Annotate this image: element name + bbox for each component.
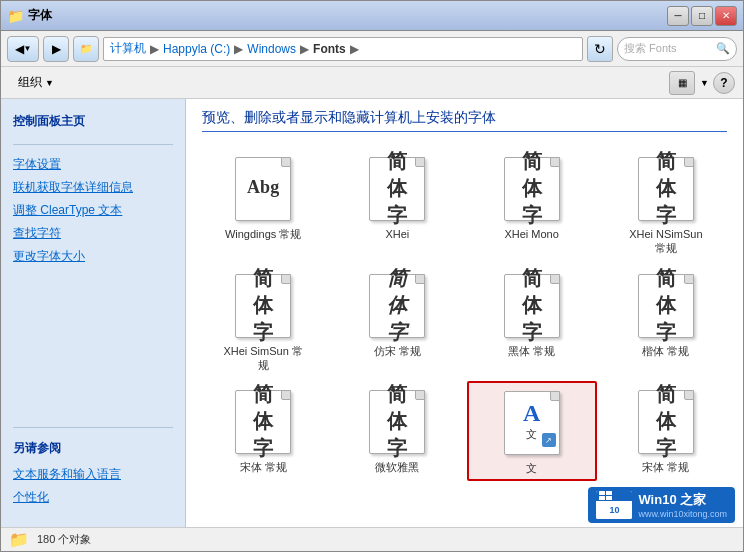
font-item-yahei[interactable]: 简体字 微软雅黑 xyxy=(332,381,462,481)
back-dropdown-icon: ▼ xyxy=(24,44,32,53)
sidebar-link-online-fonts[interactable]: 联机获取字体详细信息 xyxy=(1,176,185,199)
forward-button[interactable]: ▶ xyxy=(43,36,69,62)
font-item-xhei[interactable]: 简体字 XHei xyxy=(332,148,462,261)
breadcrumb-windows[interactable]: Windows xyxy=(247,42,296,56)
file-text: 简体字 xyxy=(517,265,547,346)
font-item-songti2[interactable]: 简体字 宋体 常规 xyxy=(601,381,731,481)
breadcrumb-drive[interactable]: Happyla (C:) xyxy=(163,42,230,56)
font-item-kaiti[interactable]: 简体字 楷体 常规 xyxy=(601,265,731,378)
file-text: 简体字 xyxy=(651,381,681,462)
breadcrumb-fonts[interactable]: Fonts xyxy=(313,42,346,56)
address-bar: ◀ ▼ ▶ 📁 计算机 ▶ Happyla (C:) ▶ Windows ▶ F… xyxy=(1,31,743,67)
window: 📁 字体 ─ □ ✕ ◀ ▼ ▶ 📁 计算机 ▶ Happyla (C:) ▶ … xyxy=(0,0,744,552)
font-item-songti[interactable]: 简体字 宋体 常规 xyxy=(198,381,328,481)
file-icon: 简体字 xyxy=(367,153,427,221)
sidebar-link-font-settings[interactable]: 字体设置 xyxy=(1,153,185,176)
font-icon-songti: 简体字 xyxy=(227,386,299,458)
font-label: XHei SimSun 常规 xyxy=(223,344,303,373)
font-label: 宋体 常规 xyxy=(240,460,287,474)
view-button[interactable]: ▦ xyxy=(669,71,695,95)
sidebar-link-change-size[interactable]: 更改字体大小 xyxy=(1,245,185,268)
file-icon: 简体字 xyxy=(233,270,293,338)
file-fold xyxy=(415,274,425,284)
svg-rect-1 xyxy=(599,491,605,495)
back-icon: ◀ xyxy=(15,42,24,56)
windows-logo-svg xyxy=(599,491,629,501)
forward-icon: ▶ xyxy=(52,42,61,56)
title-bar-left: 📁 字体 xyxy=(7,7,52,24)
svg-rect-4 xyxy=(606,496,612,500)
file-text: 简体字 xyxy=(248,381,278,462)
font-icon-selected: A 文 ↗ xyxy=(496,387,568,459)
file-icon: 简体字 xyxy=(502,153,562,221)
font-icon-songti2: 简体字 xyxy=(630,386,702,458)
font-item-fangsong[interactable]: 简体字 仿宋 常规 xyxy=(332,265,462,378)
font-label: XHei Mono xyxy=(504,227,558,241)
file-icon: 简体字 xyxy=(367,386,427,454)
svg-rect-2 xyxy=(606,491,612,495)
up-button[interactable]: 📁 xyxy=(73,36,99,62)
watermark: 10 Win10 之家 www.win10xitong.com xyxy=(588,487,735,523)
maximize-button[interactable]: □ xyxy=(691,6,713,26)
minimize-button[interactable]: ─ xyxy=(667,6,689,26)
sidebar-link-personalize[interactable]: 个性化 xyxy=(1,486,185,509)
sidebar-link-find-char[interactable]: 查找字符 xyxy=(1,222,185,245)
file-icon: Abg xyxy=(233,153,293,221)
watermark-url: www.win10xitong.com xyxy=(638,509,727,519)
main-content: 控制面板主页 字体设置 联机获取字体详细信息 调整 ClearType 文本 查… xyxy=(1,99,743,527)
font-label: 楷体 常规 xyxy=(642,344,689,358)
sidebar-link-cleartype[interactable]: 调整 ClearType 文本 xyxy=(1,199,185,222)
sidebar-footer: 另请参阅 文本服务和输入语言 个性化 xyxy=(1,411,185,517)
file-fold xyxy=(550,391,560,401)
file-icon: 简体字 xyxy=(233,386,293,454)
font-icon-yahei: 简体字 xyxy=(361,386,433,458)
window-title: 字体 xyxy=(28,7,52,24)
file-fold xyxy=(281,390,291,400)
font-item-xhei-nsimsun[interactable]: 简体字 XHei NSimSun 常规 xyxy=(601,148,731,261)
file-fold xyxy=(550,274,560,284)
file-fold xyxy=(415,390,425,400)
font-item-wingdings[interactable]: Abg Wingdings 常规 xyxy=(198,148,328,261)
file-fold xyxy=(281,274,291,284)
font-item-selected[interactable]: A 文 ↗ 文 xyxy=(467,381,597,481)
font-label: Wingdings 常规 xyxy=(225,227,301,241)
font-label-wen: 文 xyxy=(526,461,537,475)
help-button[interactable]: ? xyxy=(713,72,735,94)
control-panel-title[interactable]: 控制面板主页 xyxy=(1,109,185,136)
breadcrumb[interactable]: 计算机 ▶ Happyla (C:) ▶ Windows ▶ Fonts ▶ xyxy=(103,37,583,61)
svg-rect-3 xyxy=(599,496,605,500)
refresh-icon: ↻ xyxy=(594,41,606,57)
breadcrumb-sep-3: ▶ xyxy=(300,42,309,56)
toolbar: 组织 ▼ ▦ ▼ ? xyxy=(1,67,743,99)
back-button[interactable]: ◀ ▼ xyxy=(7,36,39,62)
file-fold xyxy=(550,157,560,167)
font-item-heiti[interactable]: 简体字 黑体 常规 xyxy=(467,265,597,378)
file-icon: 简体字 xyxy=(502,270,562,338)
search-icon: 🔍 xyxy=(716,42,730,55)
special-icon-container: A 文 xyxy=(523,400,540,442)
status-bar: 📁 180 个对象 xyxy=(1,527,743,551)
font-label: XHei NSimSun 常规 xyxy=(626,227,706,256)
view-icon: ▦ xyxy=(678,77,687,88)
file-text: 简体字 xyxy=(651,148,681,229)
file-text: 简体字 xyxy=(382,381,412,462)
chinese-char-icon: 文 xyxy=(526,427,537,442)
font-icon-heiti: 简体字 xyxy=(496,270,568,342)
sidebar-divider-2 xyxy=(13,427,173,428)
search-bar[interactable]: 搜索 Fonts 🔍 xyxy=(617,37,737,61)
watermark-logo: 10 xyxy=(596,491,632,519)
organize-button[interactable]: 组织 ▼ xyxy=(9,71,63,95)
sidebar-link-text-services[interactable]: 文本服务和输入语言 xyxy=(1,463,185,486)
help-icon: ? xyxy=(720,76,727,90)
file-icon: 简体字 xyxy=(367,270,427,338)
close-button[interactable]: ✕ xyxy=(715,6,737,26)
breadcrumb-sep-4: ▶ xyxy=(350,42,359,56)
organize-dropdown-icon: ▼ xyxy=(45,78,54,88)
refresh-button[interactable]: ↻ xyxy=(587,36,613,62)
file-text: Abg xyxy=(247,177,279,198)
window-icon: 📁 xyxy=(7,8,24,24)
font-item-xhei-mono[interactable]: 简体字 XHei Mono xyxy=(467,148,597,261)
breadcrumb-computer[interactable]: 计算机 xyxy=(110,40,146,57)
logo-top xyxy=(596,491,632,501)
font-item-xhei-simsun[interactable]: 简体字 XHei SimSun 常规 xyxy=(198,265,328,378)
